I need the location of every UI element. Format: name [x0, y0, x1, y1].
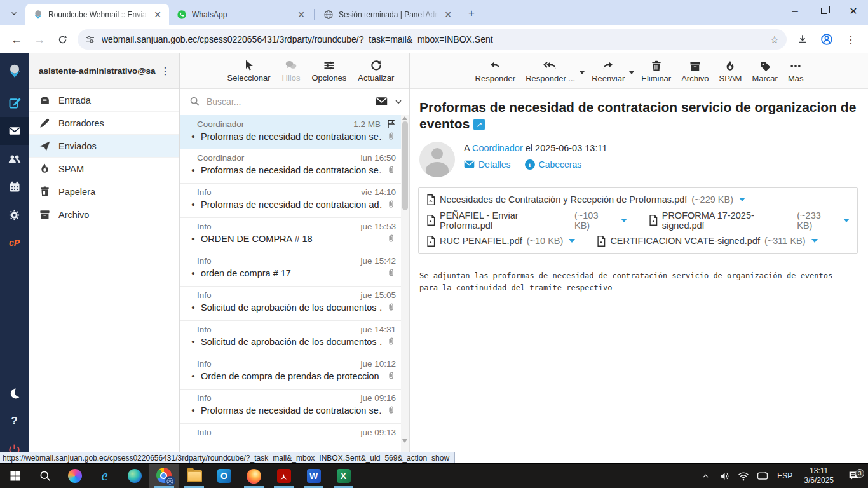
tab-whatsapp[interactable]: WhatsApp ✕: [169, 4, 313, 25]
start-button[interactable]: [0, 464, 30, 488]
mail-nav-button[interactable]: [0, 117, 29, 145]
dark-mode-button[interactable]: [0, 379, 29, 407]
volume-icon[interactable]: [715, 471, 734, 482]
firefox-button[interactable]: [239, 464, 269, 488]
chrome-button[interactable]: [149, 464, 179, 488]
acrobat-button[interactable]: [269, 464, 299, 488]
attachment-menu-caret-icon[interactable]: [843, 219, 850, 222]
close-window-button[interactable]: ✕: [839, 0, 868, 22]
cpanel-button[interactable]: cP: [0, 229, 29, 257]
calendar-nav-button[interactable]: [0, 173, 29, 201]
contacts-nav-button[interactable]: [0, 145, 29, 173]
internet-explorer-button[interactable]: e: [90, 464, 119, 488]
tab-roundcube[interactable]: Roundcube Webmail :: Enviados ✕: [25, 4, 169, 25]
sidebar-item-spam[interactable]: SPAM: [29, 158, 179, 180]
sidebar-item-enviados[interactable]: Enviados: [29, 135, 179, 158]
notifications-button[interactable]: 3: [840, 471, 868, 481]
more-button[interactable]: Más: [783, 57, 808, 86]
help-button[interactable]: ?: [0, 407, 29, 435]
select-button[interactable]: Seleccionar: [223, 57, 275, 85]
tab-close-icon[interactable]: ✕: [153, 9, 163, 20]
spam-button[interactable]: SPAM: [715, 57, 747, 86]
word-button[interactable]: W: [299, 464, 329, 488]
new-tab-button[interactable]: +: [463, 5, 480, 22]
attachment-menu-caret-icon[interactable]: [811, 239, 818, 243]
forward-caret-icon[interactable]: [629, 71, 634, 74]
details-toggle[interactable]: Detalles: [464, 159, 511, 170]
archive-button[interactable]: Archivo: [677, 57, 713, 86]
options-button[interactable]: Opciones: [307, 57, 351, 85]
message-row[interactable]: Infojue 15:05 •Solicitud de aprobación d…: [180, 287, 401, 321]
message-row[interactable]: Infovie 14:10 •Proformas de necesidad de…: [180, 184, 401, 218]
compose-button[interactable]: [0, 89, 29, 117]
forward-button[interactable]: →: [29, 29, 50, 50]
attachment-item[interactable]: PROFORMA 17-2025-signed.pdf (~233 KB): [649, 210, 850, 231]
language-indicator[interactable]: ESP: [772, 471, 797, 480]
address-bar[interactable]: webmail.sanjuan.gob.ec/cpsess0220656431/…: [78, 29, 787, 50]
excel-button[interactable]: X: [329, 464, 358, 488]
attachment-menu-caret-icon[interactable]: [739, 198, 745, 201]
tab-close-icon[interactable]: ✕: [443, 9, 453, 20]
downloads-button[interactable]: [792, 29, 813, 50]
restore-button[interactable]: [810, 0, 839, 22]
sidebar-item-archivo[interactable]: Archivo: [29, 203, 179, 226]
recipient-line: A Coordinador el 2025-06-03 13:11: [464, 143, 607, 153]
sidebar-item-borradores[interactable]: Borradores: [29, 112, 179, 135]
scroll-up-icon[interactable]: [402, 116, 407, 120]
attachment-menu-caret-icon[interactable]: [621, 219, 627, 222]
threads-button[interactable]: Hilos: [278, 57, 305, 85]
scrollbar-thumb[interactable]: [402, 121, 408, 210]
search-options-chevron-icon[interactable]: [394, 97, 403, 106]
list-scrollbar[interactable]: [401, 115, 409, 463]
edge-button[interactable]: [119, 464, 149, 488]
message-row[interactable]: Infojue 15:53 •ORDEN DE COMPRA # 18: [180, 218, 401, 252]
message-row[interactable]: Coordinadorlun 16:50 •Proformas de neces…: [180, 149, 401, 184]
tray-chevron-up-icon[interactable]: [696, 472, 715, 480]
wifi-icon[interactable]: [734, 471, 753, 481]
open-in-new-window-icon[interactable]: ↗: [473, 119, 485, 130]
tab-panel-admin[interactable]: Sesión terminada | Panel Admin ✕: [316, 4, 459, 25]
reply-all-caret-icon[interactable]: [580, 71, 585, 74]
sidebar-item-entrada[interactable]: Entrada: [29, 89, 179, 112]
reload-button[interactable]: [52, 29, 72, 50]
refresh-button[interactable]: Actualizar: [353, 57, 398, 85]
settings-nav-button[interactable]: [0, 201, 29, 229]
attachment-item[interactable]: Necesidades de Contratación y Recepción …: [426, 194, 745, 205]
delete-button[interactable]: Eliminar: [637, 57, 675, 86]
message-row[interactable]: Infojue 14:31 •Solicitud de aprobación d…: [180, 321, 401, 355]
clock[interactable]: 13:11 3/6/2025: [797, 466, 840, 485]
profile-button[interactable]: [817, 29, 837, 50]
minimize-button[interactable]: ─: [780, 0, 810, 22]
bookmark-star-icon[interactable]: ☆: [770, 34, 779, 46]
attachment-item[interactable]: RUC PENAFIEL.pdf (~10 KB): [426, 236, 575, 247]
headers-toggle[interactable]: i Cabeceras: [525, 159, 582, 170]
reply-button[interactable]: Responder: [471, 57, 520, 86]
display-cast-icon[interactable]: [753, 471, 772, 481]
roundcube-logo-icon[interactable]: [0, 53, 29, 89]
browser-menu-button[interactable]: ⋮: [841, 29, 861, 50]
message-row[interactable]: Coordinador 1.2 MB • Proformas de necesi…: [180, 115, 401, 149]
reply-all-button[interactable]: Responder ...: [521, 57, 580, 86]
message-row[interactable]: Infojue 15:42 •orden de compra # 17: [180, 252, 401, 287]
recipient-link[interactable]: Coordinador: [472, 143, 523, 153]
search-input[interactable]: [207, 97, 369, 107]
flag-icon[interactable]: [386, 119, 396, 129]
file-explorer-button[interactable]: [179, 464, 209, 488]
taskbar-search-button[interactable]: [30, 464, 60, 488]
attachment-item[interactable]: CERTIFICACION VCATE-signed.pdf (~311 KB): [597, 236, 817, 247]
tab-search-button[interactable]: [5, 4, 23, 22]
outlook-button[interactable]: O: [209, 464, 239, 488]
account-menu-button[interactable]: ⋮: [156, 65, 174, 77]
message-row[interactable]: Infojue 10:12 •Orden de compra de prenda…: [180, 355, 401, 390]
sidebar-item-papelera[interactable]: Papelera: [29, 180, 179, 203]
search-scope-mail-icon[interactable]: [376, 97, 388, 106]
attachment-menu-caret-icon[interactable]: [569, 239, 575, 243]
forward-button[interactable]: Reenviar: [587, 57, 629, 86]
attachment-item[interactable]: PEÑAFIEL - Enviar Proforma.pdf (~103 KB): [426, 210, 627, 231]
copilot-button[interactable]: [60, 464, 90, 488]
tab-close-icon[interactable]: ✕: [296, 9, 306, 20]
back-button[interactable]: ←: [6, 29, 27, 50]
mark-button[interactable]: Marcar: [747, 57, 782, 86]
message-row[interactable]: Infojue 09:16 •Proformas de necesidad de…: [180, 390, 401, 424]
scroll-down-icon[interactable]: [402, 439, 407, 443]
